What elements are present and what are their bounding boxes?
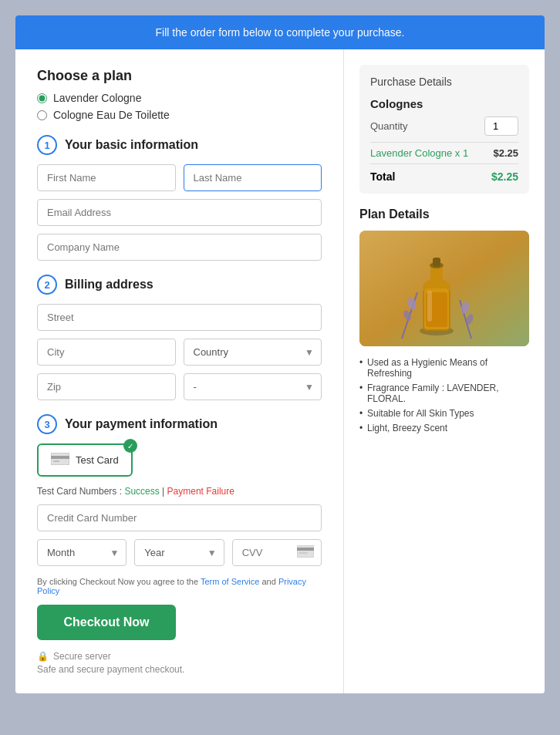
section1-title: Your basic information [65,138,198,152]
quantity-label: Quantity [370,120,407,132]
feature-text-1: Fragrance Family : LAVENDER, FLORAL. [367,383,499,404]
state-field: - ▼ [184,373,322,400]
plan-lavender-label: Lavender Cologne [53,92,141,104]
svg-rect-5 [299,552,308,554]
feature-item-3: Light, Breezy Scent [359,423,529,433]
section3-header: 3 Your payment information [37,414,322,434]
country-select[interactable]: Country [184,339,322,366]
quantity-input[interactable] [484,116,518,136]
email-row [37,199,322,226]
plan-option-lavender[interactable]: Lavender Cologne [37,92,322,104]
item-row: Lavender Cologne x 1 $2.25 [370,142,518,164]
section2-header: 2 Billing address [37,275,322,295]
test-card-label: Test Card [76,454,119,466]
credit-card-icon [51,451,69,469]
top-banner: Fill the order form below to complete yo… [15,15,545,49]
failure-link[interactable]: Payment Failure [167,486,234,497]
svg-rect-4 [297,548,314,551]
svg-rect-20 [427,291,432,322]
street-input[interactable] [37,304,322,331]
svg-rect-3 [297,545,314,558]
company-input[interactable] [37,234,322,261]
cvv-row: Month ▼ Year ▼ [37,539,322,566]
plan-option-cologne[interactable]: Cologne Eau De Toilette [37,109,322,121]
secure-info: 🔒 Secure server Safe and secure payment … [37,651,322,675]
feature-item-2: Suitable for All Skin Types [359,408,529,419]
section1-number: 1 [37,135,57,155]
plan-radio-lavender[interactable] [37,93,47,103]
item-name: Lavender Cologne x 1 [370,147,468,159]
cc-row [37,504,322,531]
purchase-details-title: Purchase Details [370,76,518,88]
test-card-option[interactable]: Test Card ✓ [37,443,133,477]
last-name-input[interactable] [184,164,322,191]
plan-features-list: Used as a Hygienic Means of Refreshing F… [359,357,529,433]
main-content: Choose a plan Lavender Cologne Cologne E… [15,49,545,693]
terms-prefix: By clicking Checkout Now you agree to th… [37,577,201,586]
total-amount: $2.25 [491,170,518,183]
city-field [37,339,176,366]
test-card-info: Test Card Numbers : Success | Payment Fa… [37,486,322,497]
product-image [359,231,529,346]
quantity-row: Quantity [370,116,518,136]
section3-title: Your payment information [65,417,218,431]
total-label: Total [370,170,395,183]
lock-icon: 🔒 [37,651,49,662]
right-panel: Purchase Details Colognes Quantity Laven… [344,49,545,693]
country-field: Country ▼ [184,339,322,366]
plan-details-section: Plan Details [359,207,529,433]
state-select[interactable]: - [184,373,322,400]
secure-label-row: 🔒 Secure server [37,651,322,662]
card-check-icon: ✓ [123,439,137,453]
zip-field [37,373,176,400]
tos-link[interactable]: Term of Service [201,577,259,586]
plan-cologne-label: Cologne Eau De Toilette [53,109,170,121]
section2-title: Billing address [65,278,153,292]
svg-rect-12 [433,258,440,267]
company-row [37,234,322,261]
purchase-details-box: Purchase Details Colognes Quantity Laven… [359,65,529,194]
secure-desc: Safe and secure payment checkout. [37,664,184,675]
item-name-text: Lavender Cologne x [370,147,463,159]
email-input[interactable] [37,199,322,226]
month-select[interactable]: Month [37,539,127,566]
month-field: Month ▼ [37,539,127,566]
item-price: $2.25 [493,147,518,159]
city-input[interactable] [37,339,176,366]
zip-input[interactable] [37,373,176,400]
first-name-input[interactable] [37,164,176,191]
terms-text: By clicking Checkout Now you agree to th… [37,577,322,595]
zip-state-row: - ▼ [37,373,322,400]
test-card-prefix: Test Card Numbers : [37,486,124,497]
page-wrapper: Fill the order form below to complete yo… [15,15,545,693]
first-name-field [37,164,176,191]
cvv-field [232,539,322,566]
last-name-field [184,164,322,191]
checkout-button[interactable]: Checkout Now [37,605,176,640]
feature-text-3: Light, Breezy Scent [367,423,447,433]
cc-number-input[interactable] [37,504,322,531]
banner-text: Fill the order form below to complete yo… [156,26,405,39]
section3-number: 3 [37,414,57,434]
terms-middle: and [261,577,278,586]
svg-rect-2 [53,460,59,462]
year-select[interactable]: Year [134,539,224,566]
section1-header: 1 Your basic information [37,135,322,155]
feature-text-0: Used as a Hygienic Means of Refreshing [367,357,487,379]
total-row: Total $2.25 [370,164,518,183]
plan-radio-cologne[interactable] [37,110,47,120]
choose-plan-title: Choose a plan [37,68,322,84]
feature-text-2: Suitable for All Skin Types [367,408,474,419]
secure-label: Secure server [53,651,111,662]
success-link[interactable]: Success [124,486,159,497]
street-row [37,304,322,331]
item-qty: 1 [463,147,468,159]
city-country-row: Country ▼ [37,339,322,366]
year-field: Year ▼ [134,539,224,566]
left-panel: Choose a plan Lavender Cologne Cologne E… [15,49,344,693]
section2-number: 2 [37,275,57,295]
cvv-card-icon [297,545,314,561]
feature-item-1: Fragrance Family : LAVENDER, FLORAL. [359,383,529,404]
purchase-category: Colognes [370,97,518,110]
choose-plan-section: Choose a plan Lavender Cologne Cologne E… [37,68,322,121]
